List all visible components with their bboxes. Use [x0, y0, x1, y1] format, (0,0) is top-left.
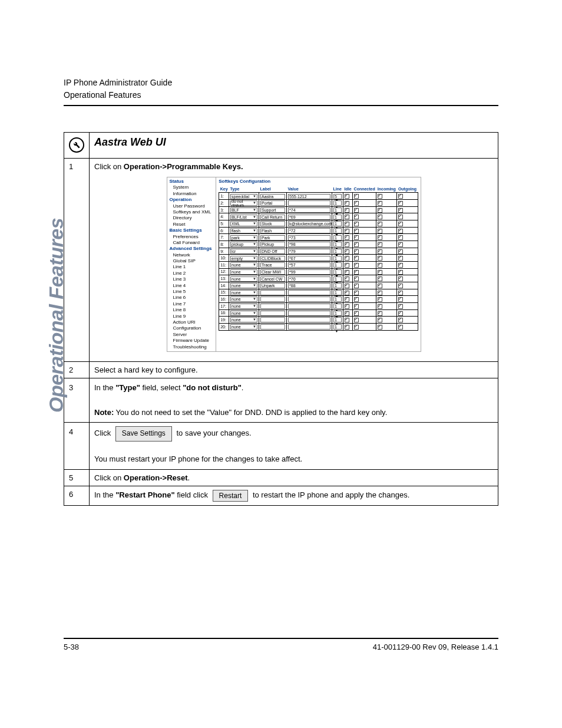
checkbox[interactable] [398, 291, 403, 295]
label-input[interactable] [260, 297, 285, 302]
line-select[interactable]: 1 ▼ [333, 207, 342, 213]
value-input[interactable]: *70 [288, 276, 330, 282]
checkbox[interactable] [345, 242, 349, 247]
checkbox[interactable] [378, 208, 382, 213]
value-input[interactable]: *98 [288, 242, 330, 247]
type-select[interactable]: none▼ [230, 317, 257, 322]
type-select[interactable]: none▼ [230, 311, 257, 316]
label-input[interactable]: Aastra [260, 194, 285, 199]
line-select[interactable]: 1 ▼ [333, 297, 342, 302]
checkbox[interactable] [398, 270, 403, 275]
checkbox[interactable] [398, 318, 403, 322]
checkbox[interactable] [378, 263, 382, 268]
checkbox[interactable] [345, 325, 349, 330]
checkbox[interactable] [398, 215, 403, 219]
label-input[interactable]: Cancel CW [260, 276, 285, 282]
line-select[interactable]: 1 ▼ [333, 304, 342, 309]
checkbox[interactable] [354, 304, 359, 309]
checkbox[interactable] [354, 249, 359, 254]
checkbox[interactable] [378, 297, 382, 302]
checkbox[interactable] [398, 201, 403, 206]
checkbox[interactable] [398, 208, 403, 213]
type-select[interactable]: XML▼ [230, 221, 257, 226]
line-select[interactable]: 1 ▼ [333, 283, 342, 288]
line-select[interactable]: 1 ▼ [333, 200, 342, 206]
checkbox[interactable] [345, 249, 349, 254]
label-input[interactable]: DND Off [260, 249, 285, 254]
line-select[interactable]: 1 ▼ [333, 290, 342, 295]
value-input[interactable]: *67 [288, 256, 330, 261]
checkbox[interactable] [354, 235, 359, 240]
save-settings-button[interactable]: Save Settings [115, 426, 172, 441]
restart-button[interactable]: Restart [213, 490, 249, 502]
label-input[interactable] [260, 311, 285, 316]
checkbox[interactable] [354, 284, 359, 288]
checkbox[interactable] [354, 222, 359, 226]
checkbox[interactable] [398, 304, 403, 309]
checkbox[interactable] [378, 249, 382, 254]
value-input[interactable]: k@stockexchange.com [288, 221, 330, 226]
checkbox[interactable] [354, 201, 359, 206]
label-input[interactable] [260, 304, 285, 309]
checkbox[interactable] [345, 256, 349, 261]
value-input[interactable]: *69 [288, 215, 330, 220]
label-input[interactable]: Unpark [260, 283, 285, 288]
label-input[interactable] [260, 290, 285, 295]
value-input[interactable]: *73 [288, 235, 330, 241]
checkbox[interactable] [345, 304, 349, 309]
line-select[interactable]: 1 ▼ [333, 269, 342, 275]
type-select[interactable]: none▼ [230, 276, 257, 282]
checkbox[interactable] [345, 229, 349, 233]
type-select[interactable]: flash▼ [230, 228, 257, 233]
checkbox[interactable] [378, 318, 382, 322]
line-select[interactable]: 1 ▼ [333, 256, 342, 261]
checkbox[interactable] [345, 208, 349, 213]
type-select[interactable]: speeddial▼ [230, 194, 257, 199]
checkbox[interactable] [378, 194, 382, 199]
value-input[interactable]: 555-1212 [288, 194, 330, 199]
checkbox[interactable] [398, 222, 403, 226]
checkbox[interactable] [354, 194, 359, 199]
checkbox[interactable] [378, 325, 382, 330]
label-input[interactable]: Portal [260, 200, 285, 206]
type-select[interactable]: none▼ [230, 304, 257, 309]
checkbox[interactable] [378, 270, 382, 275]
type-select[interactable]: none▼ [230, 290, 257, 295]
checkbox[interactable] [354, 291, 359, 295]
checkbox[interactable] [398, 235, 403, 240]
value-input[interactable] [288, 317, 330, 322]
label-input[interactable]: Flash [260, 228, 285, 233]
checkbox[interactable] [398, 249, 403, 254]
checkbox[interactable] [398, 276, 403, 281]
checkbox[interactable] [378, 229, 382, 233]
checkbox[interactable] [345, 284, 349, 288]
value-input[interactable]: *72 [288, 228, 330, 233]
line-select[interactable]: 1 ▼ [333, 221, 342, 226]
line-select[interactable]: 1 ▼ [333, 228, 342, 233]
checkbox[interactable] [345, 222, 349, 226]
checkbox[interactable] [345, 311, 349, 316]
checkbox[interactable] [398, 297, 403, 302]
label-input[interactable] [260, 317, 285, 322]
value-input[interactable]: *57 [288, 262, 330, 268]
type-select[interactable]: BLF/List▼ [230, 215, 257, 220]
checkbox[interactable] [345, 215, 349, 219]
checkbox[interactable] [345, 291, 349, 295]
checkbox[interactable] [378, 304, 382, 309]
label-input[interactable]: CLIDBlock [260, 256, 285, 261]
checkbox[interactable] [354, 270, 359, 275]
checkbox[interactable] [378, 215, 382, 219]
label-input[interactable]: Pickup [260, 242, 285, 247]
checkbox[interactable] [354, 325, 359, 330]
checkbox[interactable] [345, 235, 349, 240]
checkbox[interactable] [378, 235, 382, 240]
value-input[interactable]: *79 [288, 249, 330, 254]
line-select[interactable]: 1 ▼ [333, 276, 342, 282]
checkbox[interactable] [354, 256, 359, 261]
label-input[interactable]: Call Return [260, 215, 285, 220]
type-select[interactable]: none▼ [230, 324, 257, 330]
checkbox[interactable] [354, 276, 359, 281]
type-select[interactable]: BLF▼ [230, 207, 257, 213]
checkbox[interactable] [378, 276, 382, 281]
checkbox[interactable] [398, 263, 403, 268]
